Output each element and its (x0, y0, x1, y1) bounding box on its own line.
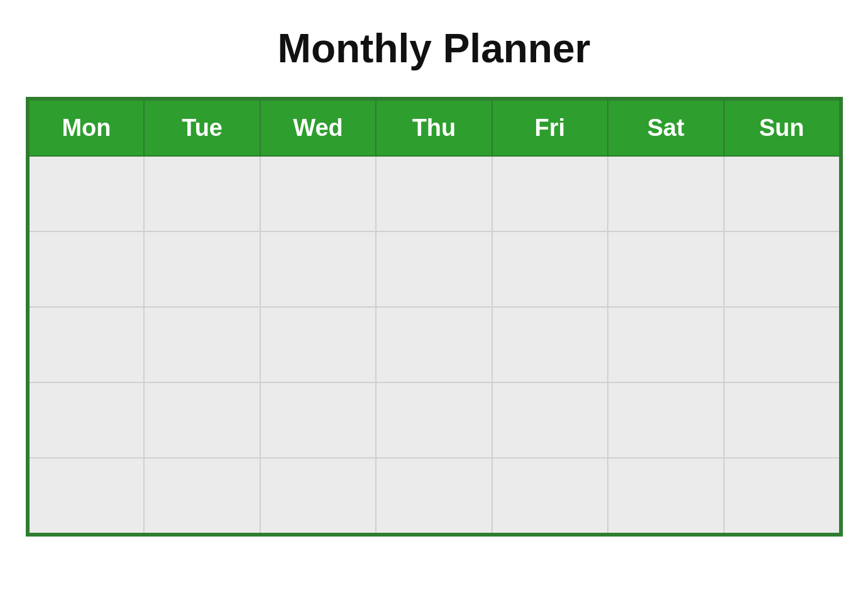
cell-row2-thu[interactable] (376, 231, 492, 307)
calendar: Mon Tue Wed Thu Fri Sat Sun (26, 97, 843, 537)
cell-row1-thu[interactable] (376, 156, 492, 231)
cell-row5-thu[interactable] (376, 458, 492, 533)
header-sat: Sat (608, 100, 723, 157)
cell-row4-sat[interactable] (608, 382, 723, 458)
cell-row4-mon[interactable] (28, 382, 144, 458)
cell-row5-tue[interactable] (144, 458, 260, 533)
cell-row1-sat[interactable] (608, 156, 723, 231)
cell-row2-tue[interactable] (144, 231, 260, 307)
cell-row2-sun[interactable] (724, 231, 840, 307)
header-thu: Thu (376, 100, 492, 157)
header-mon: Mon (28, 100, 144, 157)
table-row (28, 382, 840, 458)
cell-row5-mon[interactable] (28, 458, 144, 533)
cell-row3-sat[interactable] (608, 307, 723, 382)
header-fri: Fri (492, 100, 608, 157)
cell-row4-wed[interactable] (260, 382, 376, 458)
cell-row1-tue[interactable] (144, 156, 260, 231)
cell-row1-fri[interactable] (492, 156, 608, 231)
cell-row4-sun[interactable] (724, 382, 840, 458)
cell-row5-sun[interactable] (724, 458, 840, 533)
cell-row5-wed[interactable] (260, 458, 376, 533)
cell-row4-fri[interactable] (492, 382, 608, 458)
cell-row1-mon[interactable] (28, 156, 144, 231)
cell-row2-sat[interactable] (608, 231, 723, 307)
cell-row2-wed[interactable] (260, 231, 376, 307)
table-row (28, 458, 840, 533)
cell-row2-fri[interactable] (492, 231, 608, 307)
cell-row3-mon[interactable] (28, 307, 144, 382)
page-title: Monthly Planner (278, 25, 591, 72)
cell-row5-fri[interactable] (492, 458, 608, 533)
cell-row4-thu[interactable] (376, 382, 492, 458)
table-row (28, 231, 840, 307)
cell-row1-wed[interactable] (260, 156, 376, 231)
table-row (28, 156, 840, 231)
cell-row3-sun[interactable] (724, 307, 840, 382)
header-sun: Sun (724, 100, 840, 157)
header-tue: Tue (144, 100, 260, 157)
cell-row1-sun[interactable] (724, 156, 840, 231)
header-row: Mon Tue Wed Thu Fri Sat Sun (28, 100, 840, 157)
cell-row3-tue[interactable] (144, 307, 260, 382)
cell-row3-wed[interactable] (260, 307, 376, 382)
cell-row5-sat[interactable] (608, 458, 723, 533)
cell-row4-tue[interactable] (144, 382, 260, 458)
header-wed: Wed (260, 100, 376, 157)
cell-row3-thu[interactable] (376, 307, 492, 382)
cell-row3-fri[interactable] (492, 307, 608, 382)
table-row (28, 307, 840, 382)
cell-row2-mon[interactable] (28, 231, 144, 307)
